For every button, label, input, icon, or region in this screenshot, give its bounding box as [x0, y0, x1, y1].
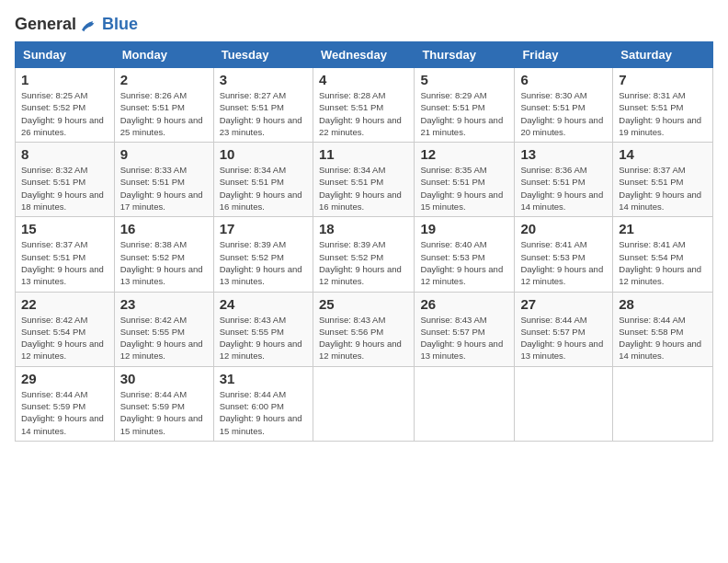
day-number: 23 [120, 296, 208, 312]
calendar-cell: 9 Sunrise: 8:33 AMSunset: 5:51 PMDayligh… [114, 143, 213, 217]
day-number: 7 [619, 72, 707, 87]
calendar-cell: 8 Sunrise: 8:32 AMSunset: 5:51 PMDayligh… [16, 143, 115, 217]
calendar-cell: 6 Sunrise: 8:30 AMSunset: 5:51 PMDayligh… [515, 68, 613, 143]
day-info: Sunrise: 8:32 AMSunset: 5:51 PMDaylight:… [21, 164, 108, 213]
logo: General Blue [15, 15, 138, 34]
calendar-cell: 2 Sunrise: 8:26 AMSunset: 5:51 PMDayligh… [114, 68, 213, 143]
logo-text-blue: Blue [102, 15, 138, 34]
day-info: Sunrise: 8:43 AMSunset: 5:57 PMDaylight:… [420, 314, 508, 362]
day-number: 2 [120, 72, 208, 87]
page-header: General Blue [15, 15, 713, 34]
day-info: Sunrise: 8:28 AMSunset: 5:51 PMDaylight:… [319, 89, 408, 138]
day-number: 8 [21, 146, 108, 162]
logo-text-general: General [15, 15, 76, 34]
day-info: Sunrise: 8:44 AMSunset: 6:00 PMDaylight:… [220, 388, 307, 437]
day-number: 27 [520, 296, 607, 312]
day-info: Sunrise: 8:35 AMSunset: 5:51 PMDaylight:… [420, 164, 508, 213]
calendar-cell: 12 Sunrise: 8:35 AMSunset: 5:51 PMDaylig… [415, 143, 515, 217]
day-info: Sunrise: 8:26 AMSunset: 5:51 PMDaylight:… [120, 89, 208, 138]
column-header-wednesday: Wednesday [313, 42, 414, 68]
calendar-cell: 11 Sunrise: 8:34 AMSunset: 5:51 PMDaylig… [313, 143, 414, 217]
calendar-cell: 20 Sunrise: 8:41 AMSunset: 5:53 PMDaylig… [515, 217, 613, 292]
day-info: Sunrise: 8:44 AMSunset: 5:57 PMDaylight:… [520, 314, 607, 362]
calendar-table: SundayMondayTuesdayWednesdayThursdayFrid… [15, 41, 713, 442]
calendar-cell [415, 366, 515, 441]
calendar-cell: 14 Sunrise: 8:37 AMSunset: 5:51 PMDaylig… [613, 143, 713, 217]
day-number: 5 [420, 72, 508, 87]
calendar-cell: 17 Sunrise: 8:39 AMSunset: 5:52 PMDaylig… [213, 217, 313, 292]
day-info: Sunrise: 8:43 AMSunset: 5:55 PMDaylight:… [220, 314, 307, 362]
day-number: 1 [21, 72, 108, 87]
calendar-cell: 4 Sunrise: 8:28 AMSunset: 5:51 PMDayligh… [313, 68, 414, 143]
day-info: Sunrise: 8:38 AMSunset: 5:52 PMDaylight:… [120, 238, 208, 287]
day-info: Sunrise: 8:29 AMSunset: 5:51 PMDaylight:… [420, 89, 508, 138]
day-number: 6 [520, 72, 607, 87]
calendar-cell: 18 Sunrise: 8:39 AMSunset: 5:52 PMDaylig… [313, 217, 414, 292]
calendar-cell: 30 Sunrise: 8:44 AMSunset: 5:59 PMDaylig… [114, 366, 213, 441]
day-info: Sunrise: 8:37 AMSunset: 5:51 PMDaylight:… [619, 164, 707, 213]
calendar-cell: 13 Sunrise: 8:36 AMSunset: 5:51 PMDaylig… [515, 143, 613, 217]
week-row-3: 15 Sunrise: 8:37 AMSunset: 5:51 PMDaylig… [16, 217, 713, 292]
day-number: 31 [220, 371, 307, 386]
day-number: 13 [520, 146, 607, 162]
calendar-cell [515, 366, 613, 441]
calendar-cell: 3 Sunrise: 8:27 AMSunset: 5:51 PMDayligh… [213, 68, 313, 143]
day-info: Sunrise: 8:30 AMSunset: 5:51 PMDaylight:… [520, 89, 607, 138]
calendar-cell: 23 Sunrise: 8:42 AMSunset: 5:55 PMDaylig… [114, 292, 213, 366]
column-header-sunday: Sunday [16, 42, 115, 68]
day-number: 25 [319, 296, 408, 312]
day-number: 18 [319, 221, 408, 236]
calendar-header-row: SundayMondayTuesdayWednesdayThursdayFrid… [16, 42, 713, 68]
day-info: Sunrise: 8:44 AMSunset: 5:59 PMDaylight:… [21, 388, 108, 437]
column-header-tuesday: Tuesday [213, 42, 313, 68]
day-number: 12 [420, 146, 508, 162]
calendar-cell: 26 Sunrise: 8:43 AMSunset: 5:57 PMDaylig… [415, 292, 515, 366]
calendar-cell [613, 366, 713, 441]
calendar-cell: 21 Sunrise: 8:41 AMSunset: 5:54 PMDaylig… [613, 217, 713, 292]
calendar-cell: 28 Sunrise: 8:44 AMSunset: 5:58 PMDaylig… [613, 292, 713, 366]
day-info: Sunrise: 8:40 AMSunset: 5:53 PMDaylight:… [420, 238, 508, 287]
day-number: 24 [220, 296, 307, 312]
calendar-cell: 10 Sunrise: 8:34 AMSunset: 5:51 PMDaylig… [213, 143, 313, 217]
day-number: 9 [120, 146, 208, 162]
week-row-5: 29 Sunrise: 8:44 AMSunset: 5:59 PMDaylig… [16, 366, 713, 441]
column-header-saturday: Saturday [613, 42, 713, 68]
calendar-cell: 27 Sunrise: 8:44 AMSunset: 5:57 PMDaylig… [515, 292, 613, 366]
day-info: Sunrise: 8:37 AMSunset: 5:51 PMDaylight:… [21, 238, 108, 287]
day-number: 16 [120, 221, 208, 236]
day-info: Sunrise: 8:33 AMSunset: 5:51 PMDaylight:… [120, 164, 208, 213]
calendar-cell: 25 Sunrise: 8:43 AMSunset: 5:56 PMDaylig… [313, 292, 414, 366]
calendar-cell: 31 Sunrise: 8:44 AMSunset: 6:00 PMDaylig… [213, 366, 313, 441]
calendar-cell: 24 Sunrise: 8:43 AMSunset: 5:55 PMDaylig… [213, 292, 313, 366]
calendar-cell: 1 Sunrise: 8:25 AMSunset: 5:52 PMDayligh… [16, 68, 115, 143]
day-info: Sunrise: 8:41 AMSunset: 5:53 PMDaylight:… [520, 238, 607, 287]
week-row-4: 22 Sunrise: 8:42 AMSunset: 5:54 PMDaylig… [16, 292, 713, 366]
calendar-cell: 7 Sunrise: 8:31 AMSunset: 5:51 PMDayligh… [613, 68, 713, 143]
column-header-friday: Friday [515, 42, 613, 68]
calendar-cell: 22 Sunrise: 8:42 AMSunset: 5:54 PMDaylig… [16, 292, 115, 366]
day-number: 15 [21, 221, 108, 236]
week-row-2: 8 Sunrise: 8:32 AMSunset: 5:51 PMDayligh… [16, 143, 713, 217]
day-info: Sunrise: 8:27 AMSunset: 5:51 PMDaylight:… [220, 89, 307, 138]
day-number: 21 [619, 221, 707, 236]
calendar-cell: 29 Sunrise: 8:44 AMSunset: 5:59 PMDaylig… [16, 366, 115, 441]
day-number: 26 [420, 296, 508, 312]
day-info: Sunrise: 8:39 AMSunset: 5:52 PMDaylight:… [220, 238, 307, 287]
day-info: Sunrise: 8:25 AMSunset: 5:52 PMDaylight:… [21, 89, 108, 138]
day-number: 29 [21, 371, 108, 386]
day-info: Sunrise: 8:41 AMSunset: 5:54 PMDaylight:… [619, 238, 707, 287]
calendar-cell: 5 Sunrise: 8:29 AMSunset: 5:51 PMDayligh… [415, 68, 515, 143]
day-info: Sunrise: 8:42 AMSunset: 5:55 PMDaylight:… [120, 314, 208, 362]
day-number: 14 [619, 146, 707, 162]
calendar-cell [313, 366, 414, 441]
day-number: 20 [520, 221, 607, 236]
day-info: Sunrise: 8:43 AMSunset: 5:56 PMDaylight:… [319, 314, 408, 362]
week-row-1: 1 Sunrise: 8:25 AMSunset: 5:52 PMDayligh… [16, 68, 713, 143]
day-number: 4 [319, 72, 408, 87]
day-number: 28 [619, 296, 707, 312]
day-number: 17 [220, 221, 307, 236]
day-number: 22 [21, 296, 108, 312]
day-number: 30 [120, 371, 208, 386]
day-number: 19 [420, 221, 508, 236]
day-info: Sunrise: 8:31 AMSunset: 5:51 PMDaylight:… [619, 89, 707, 138]
